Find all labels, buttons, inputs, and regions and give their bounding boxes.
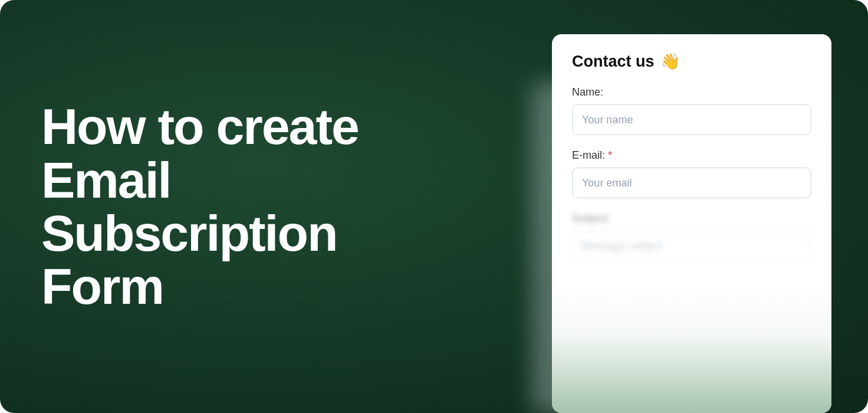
email-input[interactable] <box>572 168 811 198</box>
hero-banner: How to create Email Subscription Form Co… <box>0 0 868 413</box>
subject-label: Subject: <box>572 212 811 225</box>
form-title: Contact us 👋 <box>572 52 811 71</box>
email-label: E-mail: * <box>572 149 811 162</box>
form-title-text: Contact us <box>572 53 655 71</box>
subject-input[interactable] <box>572 231 811 261</box>
name-label: Name: <box>572 86 811 99</box>
subject-field: Subject: <box>572 212 811 261</box>
email-field: E-mail: * <box>572 149 811 198</box>
name-field: Name: <box>572 86 811 135</box>
required-indicator: * <box>608 149 612 161</box>
name-input[interactable] <box>572 104 811 135</box>
contact-form-card: Contact us 👋 Name: E-mail: * Subject: <box>552 34 831 413</box>
wave-icon: 👋 <box>660 52 680 71</box>
headline: How to create Email Subscription Form <box>0 100 425 313</box>
